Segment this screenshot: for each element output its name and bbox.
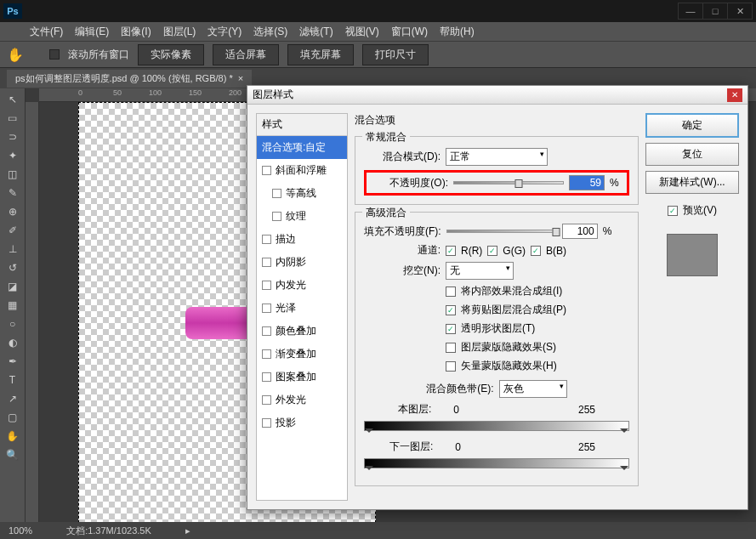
- status-bar: 100% 文档:1.37M/1023.5K ▸: [0, 522, 756, 539]
- new-style-button[interactable]: 新建样式(W)...: [645, 171, 739, 194]
- window-controls: — □ ✕: [679, 3, 753, 20]
- opacity-input[interactable]: 59: [569, 175, 605, 190]
- style-item-dropshadow[interactable]: 投影: [257, 411, 347, 434]
- blur-tool-icon[interactable]: ○: [3, 315, 22, 332]
- wand-tool-icon[interactable]: ✦: [3, 147, 22, 164]
- eraser-tool-icon[interactable]: ◪: [3, 278, 22, 295]
- style-item-innerglow[interactable]: 内发光: [257, 274, 347, 297]
- scroll-all-checkbox[interactable]: [49, 49, 60, 60]
- crop-tool-icon[interactable]: ◫: [3, 166, 22, 183]
- history-brush-icon[interactable]: ↺: [3, 259, 22, 276]
- blend-if-section: 混合颜色带(E): 灰色 本图层:0255 下一图层:0255: [364, 380, 629, 468]
- zoom-tool-icon[interactable]: 🔍: [3, 446, 22, 463]
- dodge-tool-icon[interactable]: ◐: [3, 334, 22, 351]
- options-bar: ✋ 滚动所有窗口 实际像素 适合屏幕 填充屏幕 打印尺寸: [0, 41, 756, 68]
- style-item-gradientoverlay[interactable]: 渐变叠加: [257, 343, 347, 366]
- toolbox: ↖ ▭ ⊃ ✦ ◫ ✎ ⊕ ✐ ⊥ ↺ ◪ ▦ ○ ◐ ✒ T ↗ ▢ ✋ 🔍: [0, 88, 26, 522]
- adv-check-0[interactable]: [446, 287, 456, 297]
- lasso-tool-icon[interactable]: ⊃: [3, 128, 22, 145]
- pen-tool-icon[interactable]: ✒: [3, 353, 22, 370]
- minimize-button[interactable]: —: [678, 3, 703, 20]
- stamp-tool-icon[interactable]: ⊥: [3, 241, 22, 258]
- menu-file[interactable]: 文件(F): [30, 25, 63, 39]
- style-item-blend-options[interactable]: 混合选项:自定: [257, 136, 347, 159]
- blend-options-panel: 混合选项 常规混合 混合模式(D): 正常 不透明度(O): 59 % 高级混合…: [355, 113, 639, 501]
- preview-checkbox[interactable]: ✓: [668, 206, 678, 216]
- fit-screen-button[interactable]: 适合屏幕: [213, 44, 279, 65]
- menu-window[interactable]: 窗口(W): [391, 25, 428, 39]
- blendif-label: 混合颜色带(E):: [426, 382, 493, 396]
- this-layer-gradient[interactable]: [364, 421, 629, 431]
- app-logo: Ps: [3, 3, 22, 19]
- zoom-readout[interactable]: 100%: [9, 525, 32, 536]
- style-item-innershadow[interactable]: 内阴影: [257, 251, 347, 274]
- menu-layer[interactable]: 图层(L): [163, 25, 196, 39]
- document-tab-label: ps如何调整图层透明度.psd @ 100% (按钮, RGB/8) *: [15, 72, 233, 85]
- style-item-satin[interactable]: 光泽: [257, 297, 347, 320]
- menu-edit[interactable]: 编辑(E): [75, 25, 109, 39]
- menu-type[interactable]: 文字(Y): [207, 25, 242, 39]
- maximize-button[interactable]: □: [702, 3, 728, 20]
- brush-tool-icon[interactable]: ✐: [3, 222, 22, 239]
- fill-opacity-label: 填充不透明度(F):: [364, 224, 441, 239]
- print-size-button[interactable]: 打印尺寸: [362, 44, 429, 65]
- document-tab[interactable]: ps如何调整图层透明度.psd @ 100% (按钮, RGB/8) * ×: [7, 70, 252, 88]
- close-button[interactable]: ✕: [727, 3, 753, 20]
- this-layer-label: 本图层:: [398, 402, 431, 417]
- gradient-tool-icon[interactable]: ▦: [3, 297, 22, 314]
- status-chevron-icon[interactable]: ▸: [185, 525, 190, 536]
- tab-close-icon[interactable]: ×: [238, 73, 243, 83]
- blend-mode-label: 混合模式(D):: [364, 150, 441, 164]
- shape-tool-icon[interactable]: ▢: [3, 409, 22, 426]
- cancel-button[interactable]: 复位: [645, 143, 739, 166]
- general-blending-title: 常规混合: [362, 130, 410, 145]
- advanced-blending-group: 高级混合 填充不透明度(F): 100 % 通道: ✓R(R) ✓G(G) ✓B…: [355, 212, 639, 486]
- adv-check-1[interactable]: ✓: [446, 305, 456, 315]
- channel-b-checkbox[interactable]: ✓: [531, 246, 541, 256]
- channel-g-checkbox[interactable]: ✓: [487, 246, 497, 256]
- menu-help[interactable]: 帮助(H): [440, 25, 475, 39]
- menubar: 文件(F) 编辑(E) 图像(I) 图层(L) 文字(Y) 选择(S) 滤镜(T…: [0, 22, 756, 41]
- style-item-texture[interactable]: 纹理: [257, 205, 347, 228]
- fill-opacity-input[interactable]: 100: [562, 224, 598, 239]
- style-item-bevel[interactable]: 斜面和浮雕: [257, 159, 347, 182]
- ruler-vertical: [26, 102, 39, 522]
- under-layer-gradient[interactable]: [364, 458, 629, 468]
- move-tool-icon[interactable]: ↖: [3, 91, 22, 108]
- style-item-stroke[interactable]: 描边: [257, 228, 347, 251]
- actual-pixels-button[interactable]: 实际像素: [138, 44, 204, 65]
- opacity-slider[interactable]: [453, 181, 564, 184]
- menu-filter[interactable]: 滤镜(T): [299, 25, 333, 39]
- style-item-outerglow[interactable]: 外发光: [257, 389, 347, 411]
- menu-image[interactable]: 图像(I): [121, 25, 151, 39]
- heal-tool-icon[interactable]: ⊕: [3, 203, 22, 220]
- fill-screen-button[interactable]: 填充屏幕: [287, 44, 354, 65]
- channel-r-checkbox[interactable]: ✓: [446, 246, 456, 256]
- adv-check-4[interactable]: [446, 361, 456, 372]
- ok-button[interactable]: 确定: [645, 113, 739, 138]
- hand-tool-icon[interactable]: ✋: [3, 428, 22, 445]
- marquee-tool-icon[interactable]: ▭: [3, 110, 22, 127]
- dialog-close-button[interactable]: ✕: [727, 88, 742, 102]
- knockout-dropdown[interactable]: 无: [446, 262, 514, 280]
- style-item-coloroverlay[interactable]: 颜色叠加: [257, 320, 347, 343]
- layer-style-dialog: 图层样式 ✕ 样式 混合选项:自定 斜面和浮雕 等高线 纹理 描边 内阴影 内发…: [247, 85, 748, 510]
- blend-options-heading: 混合选项: [355, 113, 639, 128]
- eyedropper-tool-icon[interactable]: ✎: [3, 184, 22, 201]
- dialog-title: 图层样式: [253, 88, 293, 102]
- adv-check-3[interactable]: [446, 343, 456, 353]
- titlebar: Ps — □ ✕: [0, 0, 756, 22]
- style-item-patternoverlay[interactable]: 图案叠加: [257, 366, 347, 389]
- opacity-label: 不透明度(O):: [372, 176, 448, 190]
- menu-view[interactable]: 视图(V): [345, 25, 379, 39]
- blendif-dropdown[interactable]: 灰色: [499, 380, 567, 398]
- menu-select[interactable]: 选择(S): [253, 25, 287, 39]
- blend-mode-dropdown[interactable]: 正常: [446, 148, 548, 166]
- fill-opacity-slider[interactable]: [446, 230, 557, 233]
- adv-check-2[interactable]: ✓: [446, 324, 456, 334]
- dialog-titlebar[interactable]: 图层样式 ✕: [247, 86, 747, 105]
- type-tool-icon[interactable]: T: [3, 372, 22, 389]
- path-tool-icon[interactable]: ↗: [3, 390, 22, 407]
- style-item-contour[interactable]: 等高线: [257, 182, 347, 205]
- general-blending-group: 常规混合 混合模式(D): 正常 不透明度(O): 59 %: [355, 136, 639, 205]
